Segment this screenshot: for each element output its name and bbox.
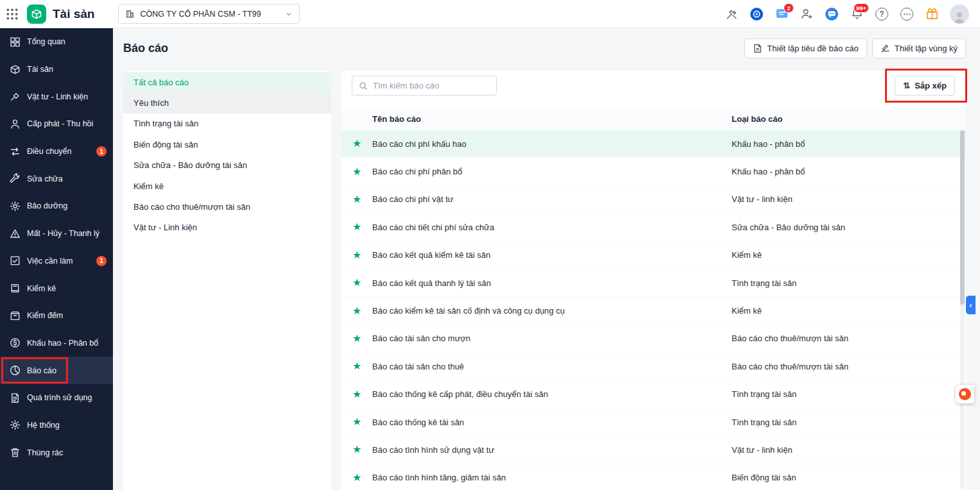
sidebar-item-counting[interactable]: Kiểm đếm [0,302,113,330]
sidebar-item-label: Hệ thống [27,421,107,430]
sidebar-item-supplies[interactable]: Vật tư - Linh kiện [0,83,113,110]
sidebar-item-label: Thùng rác [27,448,107,457]
report-name: Báo cáo tình hình tăng, giảm tài sản [372,473,732,482]
search-input[interactable] [373,81,490,90]
report-row[interactable]: ★ Báo cáo tài sản cho mượn Báo cáo cho t… [341,325,966,353]
avatar[interactable] [950,4,969,24]
camera-lens-icon[interactable] [750,7,764,21]
report-table-panel: ⇅ Sắp xếp Tên báo cáo Loại báo cáo ★ Báo… [341,71,966,490]
sidebar-item-maintenance[interactable]: Bảo dưỡng [0,192,113,220]
report-row[interactable]: ★ Báo cáo kết quả kiểm kê tài sản Kiểm k… [341,242,966,269]
promotions-gift-icon[interactable] [925,7,939,21]
support-widget-button[interactable] [956,385,974,403]
add-user-icon[interactable] [800,7,814,21]
report-type: Khấu hao - phân bổ [732,139,966,149]
column-report-name: Tên báo cáo [372,114,732,124]
help-icon[interactable]: ? [875,7,889,21]
report-row[interactable]: ★ Báo cáo chi phí khấu hao Khấu hao - ph… [341,130,966,158]
apps-grid-icon[interactable] [6,8,19,21]
sidebar-item-allocation[interactable]: Cấp phát - Thu hồi [0,110,113,138]
chat-bubble-icon[interactable] [825,7,839,21]
sidebar-item-label: Quá trình sử dụng [27,393,107,402]
favorite-star-icon[interactable]: ★ [352,473,361,483]
report-row[interactable]: ★ Báo cáo kết quả thanh lý tài sản Tình … [341,269,966,297]
favorite-star-icon[interactable]: ★ [352,194,361,205]
search-box[interactable] [352,76,497,96]
scrollbar-thumb[interactable] [960,130,965,305]
more-options-icon[interactable]: ⋯ [900,7,914,21]
column-report-type: Loại báo cáo [732,114,966,124]
favorite-star-icon[interactable]: ★ [352,361,361,371]
sidebar-item-todo[interactable]: Việc cần làm 1 [0,248,113,275]
app-logo-icon[interactable] [27,4,46,24]
sidebar-item-depreciation[interactable]: Khấu hao - Phân bổ [0,330,113,357]
report-row[interactable]: ★ Báo cáo tình hình tăng, giảm tài sản B… [341,464,966,490]
sidebar-item-trash[interactable]: Thùng rác [0,439,113,466]
favorite-star-icon[interactable]: ★ [352,306,361,316]
sidebar-item-system[interactable]: Hệ thống [0,412,113,439]
sidebar-item-overview[interactable]: Tổng quan [0,28,113,56]
favorite-star-icon[interactable]: ★ [352,389,361,400]
chat-square-icon[interactable]: 2 [775,7,789,21]
report-name: Báo cáo tình hình sử dụng vật tư [372,445,732,455]
sidebar-item-label: Cấp phát - Thu hồi [27,119,107,128]
sidebar: Tổng quan Tài sản Vật tư - Linh kiện Cấp… [0,28,113,490]
sidebar-item-repair[interactable]: Sửa chữa [0,165,113,192]
setup-report-title-button[interactable]: Thiết lập tiêu đề báo cáo [744,38,866,58]
company-name: CÔNG TY CỔ PHẦN CSM - TT99 [140,10,280,19]
category-item-1[interactable]: Yêu thích [123,92,331,113]
report-row[interactable]: ★ Báo cáo chi phí phân bổ Khấu hao - phâ… [341,158,966,185]
app-title: Tài sản [53,7,94,21]
asset-box-icon [10,64,21,75]
sidebar-item-badge: 1 [96,146,107,156]
favorite-star-icon[interactable]: ★ [352,444,361,455]
check-square-icon [10,255,21,266]
favorite-star-icon[interactable]: ★ [352,417,361,427]
sidebar-item-loss-disposal[interactable]: Mất - Hủy - Thanh lý [0,220,113,248]
category-item-7[interactable]: Vật tư - Linh kiện [123,217,331,238]
support-tools-icon[interactable] [725,7,739,21]
category-item-0[interactable]: Tất cả báo cáo [123,72,331,92]
category-item-6[interactable]: Báo cáo cho thuê/mượn tài sản [123,196,331,217]
report-type: Tình trạng tài sản [732,389,966,399]
favorite-star-icon[interactable]: ★ [352,139,361,149]
report-row[interactable]: ★ Báo cáo tình hình sử dụng vật tư Vật t… [341,436,966,464]
category-label: Tình trạng tài sản [133,119,198,128]
favorite-star-icon[interactable]: ★ [352,250,361,260]
sidebar-item-label: Mất - Hủy - Thanh lý [27,229,107,238]
category-item-5[interactable]: Kiểm kê [123,176,331,196]
sidebar-menu: Tổng quan Tài sản Vật tư - Linh kiện Cấp… [0,28,113,466]
sidebar-item-reports[interactable]: Báo cáo [0,357,113,384]
sidebar-item-transfer[interactable]: Điều chuyển 1 [0,138,113,165]
category-item-4[interactable]: Sửa chữa - Bảo dưỡng tài sản [123,155,331,176]
scrollbar-track[interactable] [960,130,965,489]
report-name: Báo cáo chi phí phân bổ [372,167,732,176]
favorite-star-icon[interactable]: ★ [352,167,361,177]
category-item-3[interactable]: Biến động tài sản [123,134,331,155]
report-row[interactable]: ★ Báo cáo kiểm kê tài sản cố định và côn… [341,297,966,325]
report-name: Báo cáo kết quả kiểm kê tài sản [372,250,732,260]
sidebar-item-label: Sửa chữa [27,174,107,183]
chevron-down-icon [285,10,293,18]
sidebar-item-inventory[interactable]: Kiểm kê [0,275,113,302]
report-row[interactable]: ★ Báo cáo chi phí vật tư Vật tư - linh k… [341,186,966,214]
report-row[interactable]: ★ Báo cáo tài sản cho thuê Báo cáo cho t… [341,353,966,380]
sidebar-item-assets[interactable]: Tài sản [0,56,113,83]
transfer-icon [10,146,21,157]
notification-bell-icon[interactable]: 99+ [850,7,864,21]
sort-button[interactable]: ⇅ Sắp xếp [895,76,955,96]
favorite-star-icon[interactable]: ★ [352,334,361,344]
report-row[interactable]: ★ Báo cáo thống kê tài sản Tình trạng tà… [341,409,966,436]
collapse-panel-tab[interactable]: ‹ [966,296,976,314]
setup-signature-area-button[interactable]: Thiết lập vùng ký [872,38,966,58]
report-type: Sửa chữa - Bảo dưỡng tài sản [732,223,966,232]
favorite-star-icon[interactable]: ★ [352,222,361,232]
report-row[interactable]: ★ Báo cáo thống kê cấp phát, điều chuyển… [341,381,966,409]
support-widget-icon [959,388,971,400]
sidebar-item-usage-history[interactable]: Quá trình sử dụng [0,384,113,412]
favorite-star-icon[interactable]: ★ [352,278,361,288]
company-selector[interactable]: CÔNG TY CỔ PHẦN CSM - TT99 [118,4,300,24]
category-item-2[interactable]: Tình trạng tài sản [123,114,331,134]
report-row[interactable]: ★ Báo cáo chi tiết chi phí sửa chữa Sửa … [341,214,966,241]
chat-badge: 2 [784,3,794,13]
